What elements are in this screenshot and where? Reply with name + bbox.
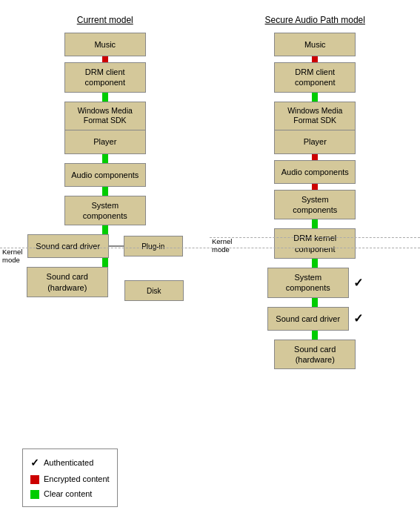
right-column: Secure Audio Path model Music DRM client… bbox=[210, 0, 421, 513]
conn-green-1 bbox=[102, 93, 108, 102]
check-icon: ✓ bbox=[30, 454, 39, 472]
legend-encrypted: Encrypted content bbox=[30, 472, 110, 487]
box-syscomp2-right: System components bbox=[267, 268, 349, 298]
right-kernel-stack: System components DRM kernel component S… bbox=[210, 190, 421, 369]
box-drm-kernel: DRM kernel component bbox=[274, 228, 356, 259]
box-soundcard-hw-right: Sound card (hardware) bbox=[274, 340, 356, 370]
checkmark-1: ✓ bbox=[353, 276, 363, 290]
legend-encrypted-label: Encrypted content bbox=[44, 472, 110, 487]
kernel-label-left: Kernelmode bbox=[2, 248, 22, 265]
box-drm-right: DRM client component bbox=[274, 62, 356, 93]
box-music-right: Music bbox=[274, 33, 356, 56]
box-player-left: Player bbox=[64, 130, 146, 154]
box-disk: Disk bbox=[124, 280, 184, 301]
legend-authenticated: ✓ Authenticated bbox=[30, 454, 110, 472]
box-soundcard-driver-left: Sound card driver bbox=[27, 234, 109, 258]
kernel-boundary-left bbox=[0, 248, 420, 248]
left-column: Current model Music DRM client component… bbox=[0, 0, 210, 513]
conn-red-1 bbox=[102, 56, 108, 62]
conn-green-5 bbox=[102, 258, 108, 267]
checkmark-2: ✓ bbox=[353, 311, 363, 325]
legend: ✓ Authenticated Encrypted content Clear … bbox=[22, 449, 118, 507]
kernel-boundary-right bbox=[210, 237, 420, 238]
sound-card-row-left: Sound card driver Plug-in bbox=[27, 234, 183, 258]
right-title: Secure Audio Path model bbox=[265, 15, 365, 25]
box-drm-left: DRM client component bbox=[64, 62, 146, 93]
box-syscomp-right: System components bbox=[274, 190, 356, 220]
conn-green-2 bbox=[102, 154, 108, 163]
box-player-right: Player bbox=[274, 130, 356, 154]
box-audio-right: Audio components bbox=[274, 160, 356, 184]
soundcard-driver-row: Sound card driver ✓ bbox=[267, 307, 363, 331]
diagram-container: Current model Music DRM client component… bbox=[0, 0, 420, 513]
clear-swatch bbox=[30, 490, 39, 499]
conn-green-r5 bbox=[312, 331, 318, 340]
box-soundcard-hw-left: Sound card (hardware) bbox=[27, 267, 108, 297]
right-stack: Music DRM client component Windows Media… bbox=[210, 33, 421, 190]
conn-red-r2 bbox=[312, 154, 318, 160]
kernel-label-right: Kernelmode bbox=[212, 237, 232, 254]
box-wmf-right: Windows Media Format SDK bbox=[274, 102, 356, 130]
legend-authenticated-label: Authenticated bbox=[44, 456, 93, 471]
conn-red-r1 bbox=[312, 56, 318, 62]
soundcard-hw-row-left: Sound card (hardware) Disk bbox=[27, 267, 184, 301]
conn-green-r4 bbox=[312, 298, 318, 307]
conn-green-r2 bbox=[312, 219, 318, 228]
conn-green-4 bbox=[102, 225, 108, 234]
box-wmf-left: Windows Media Format SDK bbox=[64, 102, 146, 130]
conn-green-r1 bbox=[312, 93, 318, 102]
left-kernel-stack: System components Sound card driver Plug… bbox=[0, 196, 210, 302]
box-syscomp-left: System components bbox=[64, 196, 146, 226]
syscomp2-row: System components ✓ bbox=[267, 268, 363, 298]
disk-area: Disk bbox=[124, 280, 184, 301]
conn-red-r3 bbox=[312, 184, 318, 190]
conn-green-3 bbox=[102, 187, 108, 196]
left-stack: Music DRM client component Windows Media… bbox=[0, 33, 210, 196]
box-soundcard-driver-right: Sound card driver bbox=[267, 307, 349, 331]
legend-clear-label: Clear content bbox=[44, 487, 92, 502]
legend-clear: Clear content bbox=[30, 487, 110, 502]
encrypted-swatch bbox=[30, 475, 39, 484]
left-title: Current model bbox=[77, 15, 133, 25]
box-music-left: Music bbox=[64, 33, 146, 56]
box-plugin: Plug-in bbox=[124, 236, 183, 256]
conn-green-r3 bbox=[312, 259, 318, 268]
box-audio-left: Audio components bbox=[64, 163, 146, 187]
